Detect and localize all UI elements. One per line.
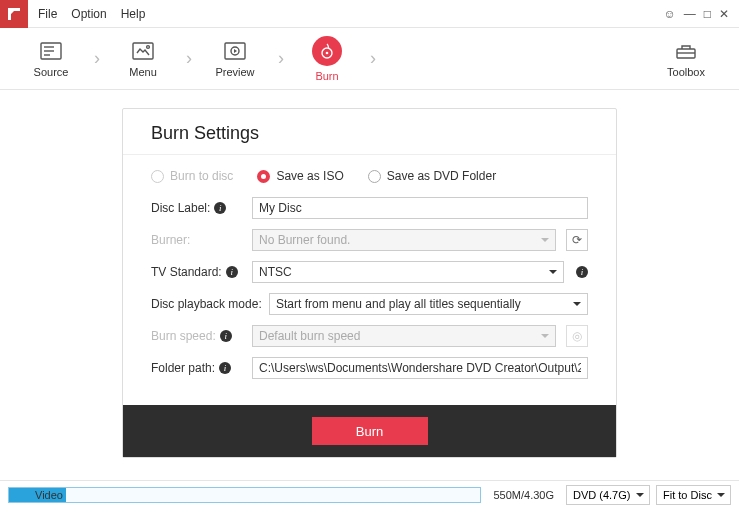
refresh-burner-button[interactable]: ⟳ bbox=[566, 229, 588, 251]
minimize-icon[interactable]: — bbox=[684, 7, 696, 21]
radio-save-as-iso[interactable]: Save as ISO bbox=[257, 169, 343, 183]
step-label: Source bbox=[34, 66, 69, 78]
step-label: Preview bbox=[215, 66, 254, 78]
burn-icon bbox=[312, 36, 342, 66]
chevron-right-icon: › bbox=[366, 28, 380, 90]
info-icon[interactable]: i bbox=[226, 266, 238, 278]
refresh-icon: ⟳ bbox=[572, 233, 582, 247]
folder-path-input[interactable] bbox=[252, 357, 588, 379]
burn-settings-panel: Burn Settings Burn to disc Save as ISO S… bbox=[122, 108, 617, 458]
disc-label-input[interactable] bbox=[252, 197, 588, 219]
playback-label: Disc playback mode: bbox=[151, 297, 263, 311]
menu-icon bbox=[130, 40, 156, 62]
size-label: 550M/4.30G bbox=[487, 489, 560, 501]
tv-standard-select[interactable] bbox=[252, 261, 564, 283]
preview-icon bbox=[222, 40, 248, 62]
menu-option[interactable]: Option bbox=[71, 7, 106, 21]
radio-icon bbox=[151, 170, 164, 183]
progress-label: Video bbox=[9, 489, 63, 501]
status-bar: Video 550M/4.30G DVD (4.7G) Fit to Disc bbox=[0, 480, 739, 508]
svg-point-9 bbox=[326, 51, 329, 54]
step-label: Burn bbox=[315, 70, 338, 82]
app-logo bbox=[0, 0, 28, 28]
panel-title: Burn Settings bbox=[151, 123, 588, 144]
source-icon bbox=[38, 40, 64, 62]
feedback-icon[interactable]: ☺ bbox=[663, 7, 675, 21]
chevron-right-icon: › bbox=[90, 28, 104, 90]
step-toolbox[interactable]: Toolbox bbox=[647, 28, 725, 90]
radio-burn-to-disc: Burn to disc bbox=[151, 169, 233, 183]
close-icon[interactable]: ✕ bbox=[719, 7, 729, 21]
wizard-steps: Source › Menu › Preview › Burn › Toolbox bbox=[0, 28, 739, 90]
burn-speed-button: ◎ bbox=[566, 325, 588, 347]
radio-icon bbox=[257, 170, 270, 183]
info-icon[interactable]: i bbox=[214, 202, 226, 214]
maximize-icon[interactable]: □ bbox=[704, 7, 711, 21]
burn-speed-select bbox=[252, 325, 556, 347]
burner-select bbox=[252, 229, 556, 251]
titlebar: File Option Help ☺ — □ ✕ bbox=[0, 0, 739, 28]
info-icon[interactable]: i bbox=[219, 362, 231, 374]
capacity-progress: Video bbox=[8, 487, 481, 503]
step-label: Toolbox bbox=[667, 66, 705, 78]
playback-mode-select[interactable] bbox=[269, 293, 588, 315]
step-burn[interactable]: Burn bbox=[288, 28, 366, 90]
radio-save-as-dvd-folder[interactable]: Save as DVD Folder bbox=[368, 169, 496, 183]
info-icon[interactable]: i bbox=[576, 266, 588, 278]
step-label: Menu bbox=[129, 66, 157, 78]
chevron-right-icon: › bbox=[182, 28, 196, 90]
burn-speed-label: Burn speed: i bbox=[151, 329, 246, 343]
menu-help[interactable]: Help bbox=[121, 7, 146, 21]
step-preview[interactable]: Preview bbox=[196, 28, 274, 90]
disc-icon: ◎ bbox=[572, 329, 582, 343]
burner-label: Burner: bbox=[151, 233, 246, 247]
info-icon[interactable]: i bbox=[220, 330, 232, 342]
folder-path-label: Folder path: i bbox=[151, 361, 246, 375]
svg-rect-4 bbox=[133, 43, 153, 59]
step-menu[interactable]: Menu bbox=[104, 28, 182, 90]
disc-type-select[interactable]: DVD (4.7G) bbox=[566, 485, 650, 505]
burn-button[interactable]: Burn bbox=[312, 417, 428, 445]
tv-standard-label: TV Standard: i bbox=[151, 265, 246, 279]
menu-file[interactable]: File bbox=[38, 7, 57, 21]
step-source[interactable]: Source bbox=[12, 28, 90, 90]
fit-select[interactable]: Fit to Disc bbox=[656, 485, 731, 505]
chevron-right-icon: › bbox=[274, 28, 288, 90]
svg-point-5 bbox=[147, 45, 150, 48]
radio-icon bbox=[368, 170, 381, 183]
disc-label-label: Disc Label: i bbox=[151, 201, 246, 215]
toolbox-icon bbox=[673, 40, 699, 62]
